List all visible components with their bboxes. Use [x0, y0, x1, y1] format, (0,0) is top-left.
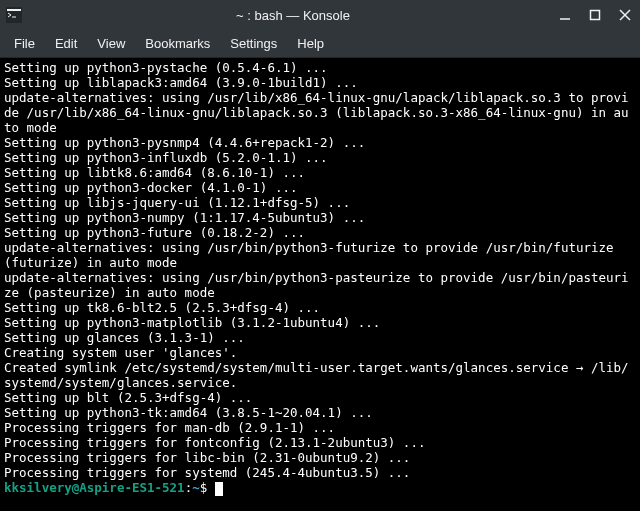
terminal-cursor — [215, 482, 223, 496]
minimize-button[interactable] — [556, 6, 574, 24]
menu-settings[interactable]: Settings — [222, 32, 285, 55]
prompt-path: ~ — [192, 480, 200, 495]
prompt-user: kksilvery@Aspire-ES1-521 — [4, 480, 185, 495]
menu-edit[interactable]: Edit — [47, 32, 85, 55]
svg-rect-1 — [7, 9, 21, 11]
terminal-lines: Setting up python3-pystache (0.5.4-6.1) … — [4, 60, 629, 480]
terminal-output[interactable]: Setting up python3-pystache (0.5.4-6.1) … — [0, 58, 640, 511]
menu-view[interactable]: View — [89, 32, 133, 55]
window-title: ~ : bash — Konsole — [30, 8, 556, 23]
window-controls — [556, 6, 634, 24]
menubar: File Edit View Bookmarks Settings Help — [0, 30, 640, 58]
app-icon — [6, 7, 22, 23]
menu-file[interactable]: File — [6, 32, 43, 55]
close-button[interactable] — [616, 6, 634, 24]
titlebar: ~ : bash — Konsole — [0, 0, 640, 30]
svg-rect-4 — [591, 11, 600, 20]
menu-help[interactable]: Help — [289, 32, 332, 55]
maximize-button[interactable] — [586, 6, 604, 24]
prompt-symbol: $ — [200, 480, 215, 495]
menu-bookmarks[interactable]: Bookmarks — [137, 32, 218, 55]
